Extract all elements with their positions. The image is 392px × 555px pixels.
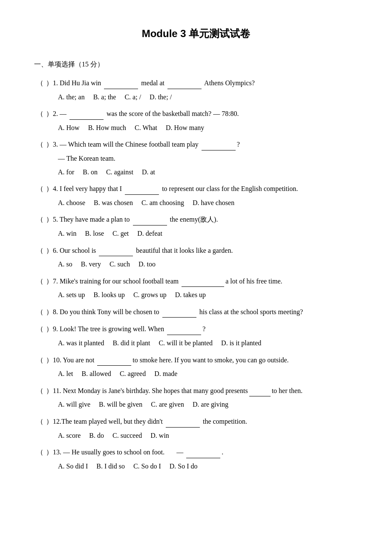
q2-text: ）2. — was the score of the basketball ma… [46,108,358,120]
q12-opt-d: D. win [150,430,169,441]
q8-text: ）8. Do you think Tony will be chosen to … [46,306,358,318]
q11-text: ）11. Next Monday is Jane's birthday. She… [46,385,358,397]
q3-blank1 [202,139,236,150]
q2-blank1 [69,108,104,120]
q1-opt-c: C. a; / [124,92,141,103]
q4-opt-b: B. was chosen [94,197,133,208]
q1-text: ）1. Did Hu Jia win medal at Athens Olymp… [46,78,358,89]
q3-paren: （ [34,139,46,150]
q11-opt-a: A. will give [58,399,90,410]
q3-opt-b: B. on [83,167,98,178]
q13-opt-a: A. So did I [58,461,88,472]
q10-opt-c: C. agreed [120,368,146,379]
q5-opt-b: B. lose [85,228,104,239]
q9-opt-a: A. was it planted [58,338,104,349]
q3-options: A. for B. on C. against D. at [58,167,358,178]
q10-text: ）10. You are not to smoke here. If you w… [46,355,358,366]
page-title: Module 3 单元测试试卷 [34,26,358,42]
q5-opt-c: C. get [112,228,129,239]
q4-opt-a: A. choose [58,197,85,208]
q3-opt-d: D. at [142,167,155,178]
q9-opt-c: C. will it be planted [159,338,213,349]
q2-opt-c: C. What [135,122,157,133]
q1-paren: （ [34,78,46,89]
q1-opt-a: A. the; an [58,92,85,103]
q13-paren: （ [34,447,46,458]
q13-opt-c: C. So do I [133,461,161,472]
q10-opt-d: D. made [154,368,177,379]
q6-opt-d: D. too [138,259,156,270]
q12-options: A. score B. do C. succeed D. win [58,430,358,441]
q1-opt-d: D. the; / [150,92,172,103]
q2-opt-d: D. How many [166,122,204,133]
q11-blank1 [249,385,271,397]
question-8: （ ）8. Do you think Tony will be chosen t… [34,306,358,318]
q5-opt-d: D. defeat [137,228,162,239]
q5-blank1 [133,214,167,225]
q9-opt-b: B. did it plant [112,338,150,349]
question-3: （ ）3. — Which team will the Chinese foot… [34,139,358,177]
q10-blank1 [97,355,131,366]
q12-blank1 [166,416,200,428]
q7-opt-d: D. takes up [175,289,206,301]
q6-options: A. so B. very C. such D. too [58,259,358,270]
question-9: （ ）9. Look! The tree is growing well. Wh… [34,324,358,348]
q6-text: ）6. Our school is beautiful that it look… [46,245,358,257]
q13-opt-d: D. So I do [170,461,198,472]
q5-paren: （ [34,214,46,225]
q1-options: A. the; an B. a; the C. a; / D. the; / [58,92,358,103]
q5-text: ）5. They have made a plan to the enemy(敌… [46,214,358,225]
q9-blank1 [167,324,201,335]
question-1: （ ）1. Did Hu Jia win medal at Athens Oly… [34,78,358,102]
q13-blank1 [186,447,220,458]
q11-paren: （ [34,385,46,396]
question-6: （ ）6. Our school is beautiful that it lo… [34,245,358,270]
q13-text: ）13. — He usually goes to school on foot… [46,447,358,458]
q4-opt-c: C. am choosing [141,197,184,208]
q8-paren: （ [34,306,46,318]
q6-blank1 [99,245,133,257]
q6-opt-a: A. so [58,259,72,270]
q3-opt-a: A. for [58,167,74,178]
q9-opt-d: D. is it planted [221,338,261,349]
q2-opt-a: A. How [58,122,80,133]
q4-text: ）4. I feel very happy that I to represen… [46,183,358,195]
q11-opt-c: C. are given [151,399,184,410]
question-12: （ ）12.The team played well, but they did… [34,416,358,441]
q4-options: A. choose B. was chosen C. am choosing D… [58,197,358,208]
q7-options: A. sets up B. looks up C. grows up D. ta… [58,289,358,301]
q3-text: ）3. — Which team will the Chinese footba… [46,139,358,150]
q11-options: A. will give B. will be given C. are giv… [58,399,358,410]
q12-opt-c: C. succeed [112,430,142,441]
question-13: （ ）13. — He usually goes to school on fo… [34,447,358,471]
q10-paren: （ [34,355,46,366]
q5-options: A. win B. lose C. get D. defeat [58,228,358,239]
question-2: （ ）2. — was the score of the basketball … [34,108,358,133]
q11-opt-b: B. will be given [99,399,142,410]
question-11: （ ）11. Next Monday is Jane's birthday. S… [34,385,358,410]
q6-paren: （ [34,245,46,256]
q10-opt-a: A. let [58,368,73,379]
q9-text: ）9. Look! The tree is growing well. When… [46,324,358,335]
q7-paren: （ [34,276,46,287]
q13-opt-b: B. I did so [96,461,125,472]
q5-opt-a: A. win [58,228,77,239]
q4-opt-d: D. have chosen [193,197,234,208]
q6-opt-c: C. such [110,259,130,270]
q3-opt-c: C. against [106,167,133,178]
q9-paren: （ [34,324,46,335]
q11-opt-d: D. are giving [193,399,228,410]
q9-options: A. was it planted B. did it plant C. wil… [58,338,358,349]
q2-options: A. How B. How much C. What D. How many [58,122,358,133]
q13-options: A. So did I B. I did so C. So do I D. So… [58,461,358,472]
q7-opt-c: C. grows up [133,289,167,301]
q7-text: ）7. Mike's training for our school footb… [46,276,358,287]
question-4: （ ）4. I feel very happy that I to repres… [34,183,358,208]
q12-text: ）12.The team played well, but they didn'… [46,416,358,428]
q2-paren: （ [34,108,46,119]
question-7: （ ）7. Mike's training for our school foo… [34,276,358,301]
q1-blank1 [104,78,138,89]
q7-blank1 [182,276,224,287]
q6-opt-b: B. very [81,259,101,270]
q2-opt-b: B. How much [88,122,126,133]
